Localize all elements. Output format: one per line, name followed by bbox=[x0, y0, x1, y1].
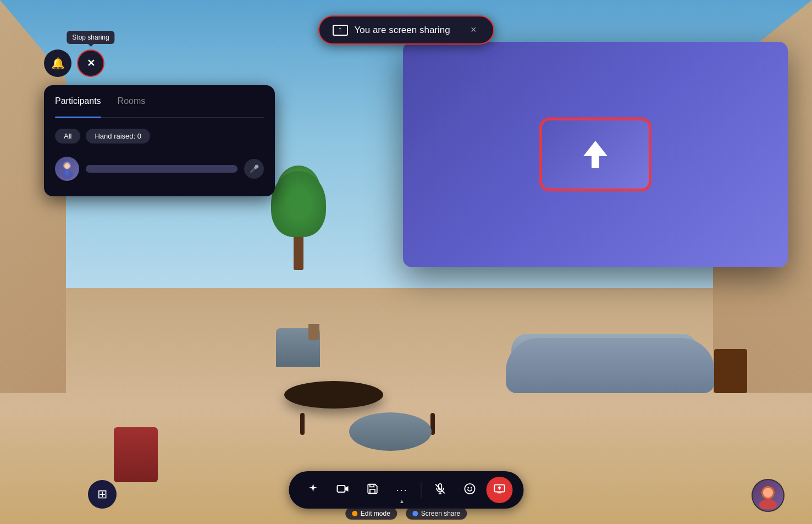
bottom-status-bar: Edit mode Screen share bbox=[345, 508, 467, 520]
screen-share-badge[interactable]: Screen share bbox=[406, 508, 467, 520]
microphone-off-icon: 🎤 bbox=[250, 164, 259, 173]
emoji-button[interactable] bbox=[456, 477, 483, 503]
table-leg-1 bbox=[300, 413, 305, 435]
svg-rect-3 bbox=[65, 170, 69, 175]
bell-icon: 🔔 bbox=[51, 57, 65, 70]
panel-pedestal bbox=[114, 427, 158, 482]
svg-point-8 bbox=[467, 487, 469, 488]
camera-effects-icon bbox=[336, 482, 349, 498]
user-avatar-button[interactable] bbox=[752, 479, 785, 512]
user-avatar-image bbox=[754, 482, 782, 509]
upload-arrow-icon bbox=[582, 141, 609, 168]
effects-icon bbox=[306, 482, 319, 498]
panel-filters: All Hand raised: 0 bbox=[55, 129, 264, 144]
toolbar-divider-1 bbox=[421, 482, 421, 498]
effects-button[interactable] bbox=[300, 477, 326, 503]
svg-point-13 bbox=[763, 488, 773, 498]
avatar-image bbox=[57, 159, 77, 179]
microphone-icon bbox=[434, 483, 446, 498]
filter-all-button[interactable]: All bbox=[55, 129, 80, 144]
screen-sharing-banner: You are screen sharing × bbox=[318, 15, 494, 45]
coffee-table bbox=[284, 381, 383, 409]
notifications-button[interactable]: 🔔 bbox=[44, 49, 71, 77]
bottom-toolbar: ··· ▲ bbox=[289, 471, 523, 509]
screen-share-active-icon bbox=[493, 483, 505, 498]
svg-rect-4 bbox=[337, 486, 345, 492]
screen-share-dot bbox=[412, 511, 418, 516]
edit-mode-dot bbox=[352, 511, 357, 516]
mute-button[interactable] bbox=[427, 477, 453, 503]
tab-rooms[interactable]: Rooms bbox=[118, 96, 146, 111]
screen-share-icon bbox=[333, 25, 348, 36]
tab-participants[interactable]: Participants bbox=[55, 96, 101, 111]
tree-foliage-bottom bbox=[271, 171, 326, 237]
mute-participant-button[interactable]: 🎤 bbox=[244, 159, 264, 179]
edit-mode-label: Edit mode bbox=[361, 510, 390, 517]
close-icon: ✕ bbox=[87, 57, 95, 69]
side-table bbox=[714, 349, 747, 393]
chevron-up-icon: ▲ bbox=[399, 498, 405, 504]
screen-share-toolbar-button[interactable] bbox=[486, 477, 512, 503]
svg-rect-14 bbox=[765, 499, 771, 507]
emoji-icon bbox=[463, 483, 476, 498]
edit-mode-badge: Edit mode bbox=[345, 508, 397, 520]
svg-point-2 bbox=[64, 163, 70, 169]
avatar bbox=[55, 157, 79, 181]
grid-icon: ⊞ bbox=[97, 487, 107, 501]
svg-point-9 bbox=[470, 487, 472, 488]
scene-background bbox=[0, 0, 812, 524]
panel-tabs: Participants Rooms bbox=[55, 96, 264, 118]
svg-point-7 bbox=[465, 483, 474, 493]
banner-close-button[interactable]: × bbox=[467, 23, 480, 37]
virtual-screen bbox=[403, 42, 788, 267]
stop-share-button[interactable]: Stop sharing ✕ bbox=[77, 49, 104, 77]
screen-share-label: Screen share bbox=[421, 510, 460, 517]
camera-effects-button[interactable] bbox=[329, 477, 356, 503]
plant-vase bbox=[308, 324, 319, 340]
screen-share-indicator[interactable] bbox=[540, 119, 650, 190]
grid-menu-button[interactable]: ⊞ bbox=[88, 480, 117, 509]
ottoman bbox=[349, 412, 432, 451]
participants-panel: Participants Rooms All Hand raised: 0 🎤 bbox=[44, 85, 275, 196]
save-button[interactable] bbox=[359, 477, 385, 503]
top-left-controls: 🔔 Stop sharing ✕ bbox=[44, 49, 104, 77]
sofa bbox=[506, 338, 715, 393]
filter-hand-raised-button[interactable]: Hand raised: 0 bbox=[86, 129, 150, 144]
participant-name-blur bbox=[86, 165, 237, 173]
save-icon bbox=[366, 483, 378, 498]
banner-text: You are screen sharing bbox=[355, 25, 461, 36]
participant-row: 🎤 bbox=[55, 152, 264, 185]
more-options-button[interactable]: ··· ▲ bbox=[389, 477, 415, 503]
more-icon: ··· bbox=[396, 484, 407, 496]
